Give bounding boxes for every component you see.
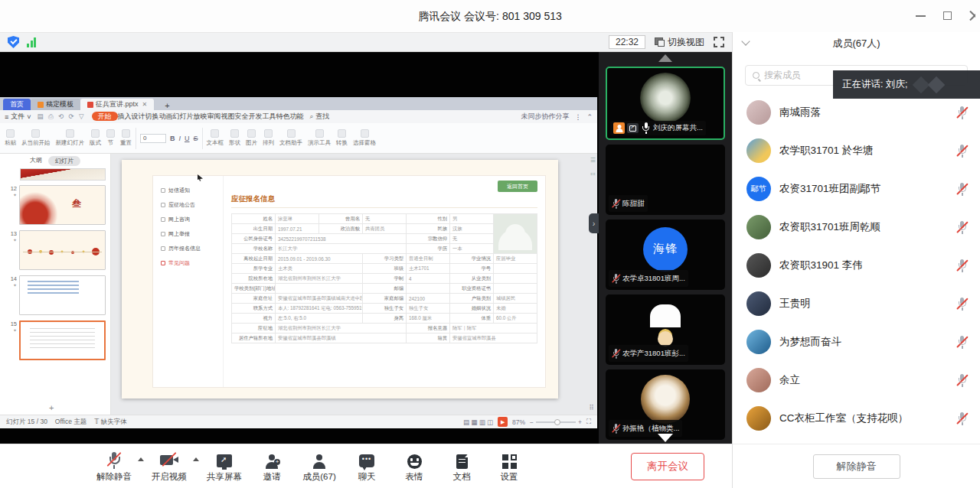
wps-cloud-item[interactable]: 协作 [541,112,555,120]
wps-cloud-item[interactable]: 分享 [555,112,569,120]
add-slide-button[interactable]: + [49,403,54,412]
collapse-ribbon-icon[interactable]: ⌃ [586,113,593,121]
emoji-control[interactable]: 表情 [390,451,438,483]
member-row[interactable]: 农资职31701班周乾顺 [733,208,980,246]
switch-view-button[interactable]: 切换视图 [655,36,704,49]
wps-menu-item[interactable]: 视图 [221,112,235,120]
video-tile-liuqing[interactable]: 刘庆的屏幕共... [606,67,725,140]
ribbon-button[interactable]: 选择窗格 [353,129,376,147]
member-row[interactable]: 农资职31901 李伟 [733,246,980,285]
slide-thumbnail-row[interactable]: 14✦ [5,275,106,315]
ribbon-button[interactable]: 图片 [246,129,257,147]
fullscreen-button[interactable] [714,37,724,47]
invite-control[interactable]: + 邀请 [248,451,296,483]
wps-tab-home[interactable]: 首页 [3,99,31,110]
bold-button[interactable]: B [170,135,175,142]
wps-menu-item[interactable]: 审阅 [207,112,221,120]
video-tile-sunzhenyan[interactable]: 孙振艳（植物类... [606,369,725,440]
ribbon-button[interactable]: 新建幻灯片 [56,129,85,147]
zoom-slider[interactable]: −+ [530,418,582,426]
wps-menu-item[interactable]: 切换 [145,112,159,120]
scroll-up-arrow[interactable] [658,54,672,62]
maximize-button[interactable] [942,11,952,21]
member-row[interactable]: 余立 [733,361,980,399]
wps-cloud-item[interactable]: 未同步 [521,112,541,120]
zoom-level[interactable]: 87% [512,418,525,426]
missing-font-warning[interactable]: 𝕋 缺失字体 [94,418,126,427]
wps-menu-item[interactable]: 动画 [159,112,173,120]
scroll-down-arrow[interactable] [658,434,673,442]
ribbon-button[interactable]: 粘贴 [5,129,16,147]
share-screen-control[interactable]: 共享屏幕 [201,451,248,483]
camera-options-caret[interactable] [193,457,199,461]
new-tab-button[interactable]: + [160,101,174,110]
member-mic-muted-icon[interactable] [956,412,968,425]
slide-thumbnail[interactable] [19,230,106,270]
italic-button[interactable]: I [179,135,181,142]
slide-thumbnail-row[interactable]: 13✦ [5,230,106,270]
quick-access-icons[interactable]: ▤ ⎙ ⟲ ⟳ ▽ [38,112,86,121]
member-mic-muted-icon[interactable] [956,335,968,349]
ribbon-button[interactable]: 转换 [336,129,348,147]
member-row[interactable]: 王贵明 [733,285,980,323]
wps-tab-document[interactable]: 征兵宣讲.pptx✕ [80,99,154,110]
ribbon-button[interactable]: 排列 [263,129,274,147]
member-mic-muted-icon[interactable] [956,259,968,272]
panel-expander[interactable]: › [589,213,599,233]
layout-grid-icon[interactable]: ⠿ [589,404,594,412]
wps-menu-item[interactable]: 插入 [118,112,132,120]
wps-menu-item[interactable]: 幻灯片放映 [173,112,207,120]
member-mic-muted-icon[interactable] [956,297,968,311]
view-mode-icons[interactable]: ▤ ▦ ▥ ◫ [463,418,493,426]
slide-thumbnail[interactable]: 叁 [19,185,106,225]
outline-tab[interactable]: 大纲 [30,156,42,166]
font-size-input[interactable]: 0 [140,134,166,143]
ribbon-button[interactable]: 演示工具 [308,129,331,147]
ribbon-button[interactable]: 版式 [90,129,101,147]
mic-options-caret[interactable] [138,457,144,461]
more-icon[interactable]: ⋮ [574,113,581,121]
wps-menu-item[interactable]: 特色功能 [276,112,304,120]
wps-menu-item[interactable]: 设计 [132,112,145,120]
member-mic-muted-icon[interactable] [956,220,968,234]
unmute-button[interactable]: 解除静音 [813,454,900,479]
camera-control[interactable]: 开启视频 [145,451,193,483]
member-row[interactable]: 南城雨落 [733,93,980,132]
member-row[interactable]: 为梦想而奋斗 [733,323,980,361]
wps-file-menu[interactable]: ≡ 文件 ˅ [5,112,31,122]
ribbon-button[interactable]: 文本框 [207,129,224,147]
close-tab-icon[interactable]: ✕ [142,101,148,108]
settings-control[interactable]: 设置 [485,451,533,483]
slides-tab[interactable]: 幻灯片 [48,156,80,166]
members-control[interactable]: 成员(67) [296,451,343,483]
ribbon-button[interactable]: 节 [106,129,115,147]
ribbon-button[interactable]: 重置 [120,129,132,147]
slide-thumbnail-row[interactable]: 12✦ 叁 [5,185,106,225]
slide-15[interactable]: 短信通知应征地公告网上咨询网上举报历年报名信息常见问题 返回首页 应征报名信息 … [122,160,558,399]
close-button[interactable] [969,11,975,21]
slide-thumbnail-row[interactable]: 15✦ [5,320,106,360]
slide-11-thumbnail-partial[interactable] [20,168,106,181]
wps-menu-item[interactable]: 开发工具 [249,112,276,120]
ribbon-button[interactable]: 从当前开始 [21,129,51,147]
chat-control[interactable]: ••• 聊天 [343,451,390,483]
wps-tab-template[interactable]: 稿定模板 [31,99,80,110]
member-row[interactable]: CC衣柜工作室（支持花呗） [733,399,980,438]
leave-meeting-button[interactable]: 离开会议 [631,453,704,480]
ribbon-button[interactable]: 文档助手 [279,129,302,147]
canvas-side-tools[interactable]: ☰⚏ [590,157,596,177]
unmute-control[interactable]: 解除静音 [90,451,138,483]
video-tile-peng[interactable]: 农学产31801班彭... [606,294,725,365]
docs-control[interactable]: 文档 [438,451,485,483]
video-tile-chentiantian[interactable]: 陈甜甜 [606,145,725,215]
ribbon-button[interactable]: 形状 [229,129,240,147]
slideshow-play-button[interactable]: ▶ [498,417,508,427]
collapse-panel-chevron-icon[interactable] [741,37,750,45]
theme-name[interactable]: Office 主题 [55,418,87,427]
strike-button[interactable]: S [194,135,198,142]
video-tile-haifeng[interactable]: 海锋 农学卓31801班周... [606,220,725,290]
member-mic-muted-icon[interactable] [956,182,968,196]
member-mic-muted-icon[interactable] [956,373,968,387]
zoom-slider-knob[interactable] [554,419,560,425]
find-button[interactable]: ⌕ 查找 [310,112,330,122]
